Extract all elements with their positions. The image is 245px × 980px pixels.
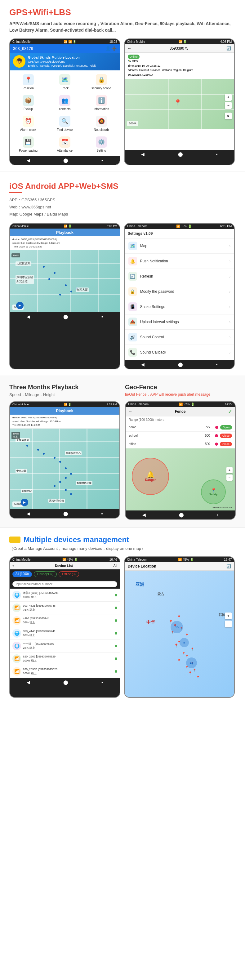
grid-item-contacts[interactable]: 👥 contacts [46,92,83,113]
status-bar-right-1: China Mobile 📶 🔋 4:08 PM [125,39,234,45]
grid-item-alarm[interactable]: ⏰ Alarm clock [10,113,46,134]
grid-item-disturb[interactable]: 🔕 Not disturb [83,113,120,134]
home-nav-p[interactable]: ⬤ [63,314,68,319]
nav-bar-settings: ◀ ⬤ ▪ [125,360,234,369]
back-nav-p[interactable]: ◀ [27,314,30,319]
password-settings-icon: 🔒 [128,287,137,296]
chevron-icon-upload: › [229,320,231,325]
status-dot [115,607,117,609]
back-nav[interactable]: ◀ [27,158,30,163]
tab-all[interactable]: All (1000) [13,571,32,577]
grid-item-track[interactable]: 🗺️ Track [46,72,83,92]
list-item[interactable]: 📶 303_4621 [359339075746 75% 稳上 [10,601,120,614]
back-nav-dl[interactable]: ◀ [27,680,30,685]
list-item[interactable]: 📶 4498 [359339075744 38% 稳上 [10,614,120,627]
grid-item-attendance[interactable]: 📅 Attendance [46,134,83,155]
device-list-header: < Device List All [10,562,120,570]
upload-settings-icon: 📤 [128,318,137,326]
alarm-icon: ⏰ [23,116,34,127]
fence-close-btn-school[interactable]: Close [220,434,232,438]
device-info: 620_2890B [359339075528 100% 稳上 [23,667,113,675]
device-location-status: China Telecom 📶 45% 🔋 16:47 [125,557,234,562]
device-search [10,579,120,589]
sound-settings-icon: 🔊 [128,333,137,342]
banner-text: Global Skinds Multiple Location GPS/WIFI… [28,55,96,68]
status-dot [115,594,117,597]
list-item[interactable]: 📶 620_2962 [359339075529 100% 稳上 [10,652,120,665]
chevron-icon-push: › [229,259,231,264]
settings-item-map[interactable]: 🗺️ Map › [125,239,234,254]
device-search-input[interactable] [13,581,117,587]
settings-item-callback[interactable]: 📞 Sound Callback › [125,345,234,360]
china-label: 中华 [146,620,155,625]
home-nav-f[interactable]: ⬤ [179,512,184,517]
grid-item-setting[interactable]: ⚙️ Setting [83,134,120,155]
menu-nav-p3[interactable]: ▪ [102,511,103,516]
home-nav[interactable]: ⬤ [63,158,68,163]
settings-item-push[interactable]: 🔔 Push Notification › [125,254,234,269]
menu-nav-r[interactable]: ▪ [216,152,218,157]
list-item[interactable]: 🌐 一一猫— [359339075697 22% 稳上 [10,640,120,652]
device-info: 620_2962 [359339075529 100% 稳上 [23,655,113,662]
home-nav-dl[interactable]: ⬤ [63,680,68,685]
settings-item-sound[interactable]: 🔊 Sound Control › [125,330,234,345]
tab-online[interactable]: Online(997) [34,571,57,577]
phone-settings: China Telecom 📶 35% 🔋 6:19 PM Settings v… [124,223,235,369]
menu-nav-p[interactable]: ▪ [102,314,103,319]
settings-item-password[interactable]: 🔒 Modify the password › [125,284,234,299]
geofence-title: Geo-Fence [125,383,236,391]
callback-settings-icon: 📞 [128,348,137,356]
list-item[interactable]: 📶 620_2890B [359339075528 100% 稳上 [10,665,120,678]
safety-zone: 📍 Safety [201,479,226,504]
menu-nav-f[interactable]: ▪ [217,512,219,517]
grid-item-position[interactable]: 📍 Position [10,72,46,92]
menu-nav[interactable]: ▪ [102,158,103,163]
menu-nav-s[interactable]: ▪ [216,362,218,367]
app-grid: 📍 Position 🗺️ Track 🔒 security scope 📦 P… [10,70,120,156]
grid-item-security[interactable]: 🔒 security scope [83,72,120,92]
app-header: 303_98179 👤 ➕ [10,45,120,53]
menu-nav-dl[interactable]: ▪ [102,680,103,685]
settings-item-upload[interactable]: 📤 Upload interval settings › [125,315,234,330]
back-nav-r[interactable]: ◀ [141,152,145,157]
fence-open-btn[interactable]: Open [220,425,232,430]
phone-screen-left-1: 303_98179 👤 ➕ 👦 Global Skinds Multiple L… [10,45,120,156]
fence-item-home[interactable]: home 727 Open [126,423,235,432]
back-nav-f[interactable]: ◀ [142,512,146,517]
device-info: 303_4621 [359339075746 75% 稳上 [23,604,113,612]
section4-title-row: Multiple devices management [9,535,236,544]
fence-item-school[interactable]: school 500 Close [126,432,235,440]
map-settings-icon: 🗺️ [128,242,137,250]
push-settings-icon: 🔔 [128,257,137,266]
home-nav-p3[interactable]: ⬤ [63,511,68,516]
phone-device-list: China Mobile 📶 45% 🔋 16:46 < Device List… [9,556,120,698]
home-nav-r[interactable]: ⬤ [178,152,183,157]
tab-offline[interactable]: Offline (3) [59,571,79,577]
pickup-icon: 📦 [23,95,34,106]
device-tabs: All (1000) Online(997) Offline (3) [10,570,120,579]
grid-item-find[interactable]: 🔍 Find device [46,113,83,134]
settings-item-shake[interactable]: 📳 Shake Settings › [125,299,234,315]
back-nav-p3[interactable]: ◀ [27,511,30,516]
security-icon: 🔒 [96,74,107,85]
grid-item-pickup[interactable]: 📦 Pickup [10,92,46,113]
chevron-icon-shake: › [229,304,231,309]
grid-item-information[interactable]: ℹ️ Information [83,92,120,113]
list-item[interactable]: 🌐 353_4143 [359339075741 96% 稳上 [10,627,120,640]
status-dot [115,619,117,622]
red-underline [9,192,22,193]
grid-item-power[interactable]: 💾 Power saving [10,134,46,155]
home-nav-s[interactable]: ⬤ [178,362,183,367]
fence-dot-home [215,426,218,429]
back-nav-s[interactable]: ◀ [141,362,145,367]
fence-dot-office [215,442,218,445]
playback3-info: device: 303C_0993 [359339075900993] spee… [10,415,119,429]
list-item[interactable]: 🌐 海善3 (国家) [359339075796 100% 稳上 [10,589,120,601]
power-icon: 💾 [23,137,34,148]
phones-row-4: China Mobile 📶 45% 🔋 16:46 < Device List… [9,556,236,698]
settings-item-refresh[interactable]: 🔄 Refresh › [125,269,234,284]
fence-dot-school [215,434,218,437]
fence-item-office[interactable]: office 500 Close [126,440,235,449]
danger-zone: 🔔 Danger [132,458,169,495]
fence-close-btn-office[interactable]: Close [220,442,232,446]
